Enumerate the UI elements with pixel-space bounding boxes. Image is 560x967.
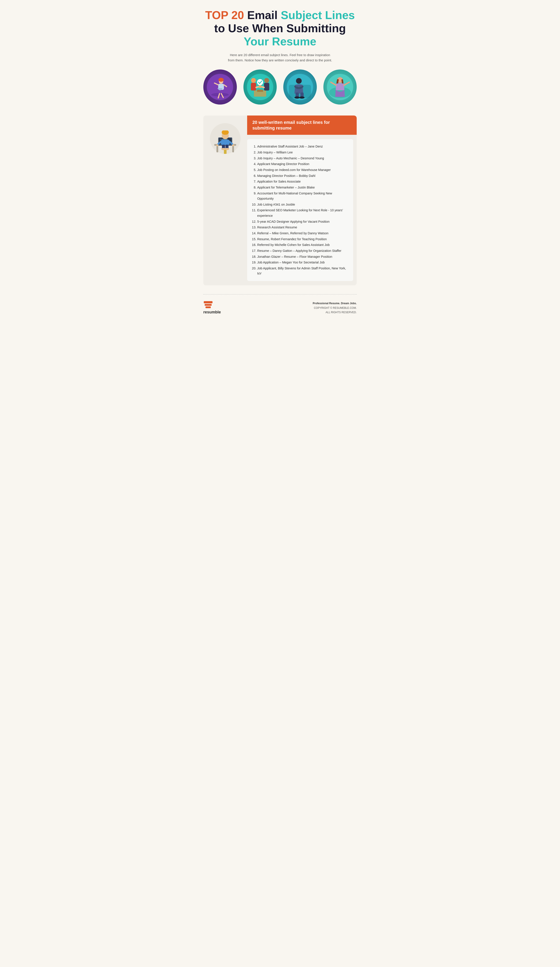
list-item: Managing Director Position – Bobby Dahl [257, 173, 348, 179]
svg-rect-36 [220, 139, 227, 140]
svg-point-47 [216, 144, 218, 147]
footer-copyright: COPYRIGHT © RESUMEBLE.COM. [313, 306, 357, 310]
svg-point-46 [225, 130, 229, 134]
list-item: Job Inquiry – William Lee [257, 150, 348, 155]
footer-tagline: Professional Resume. Dream Jobs. [313, 301, 357, 305]
svg-rect-54 [205, 304, 212, 306]
title-your-resume: Your Resume [244, 35, 316, 48]
list-item: Application for Sales Associate [257, 179, 348, 185]
list-item: 5-year ACAD Designer Applying for Vacant… [257, 219, 348, 224]
subtitle-text: Here are 20 different email subject line… [227, 53, 333, 63]
circle-illustration-2 [244, 69, 277, 104]
circle-illustration-3 [283, 69, 317, 104]
list-item: Jonathan Glazer – Resume – Floor Manager… [257, 254, 348, 260]
right-panel: 20 well-written email subject lines for … [247, 116, 357, 285]
svg-point-45 [222, 130, 225, 134]
title-email: Email [247, 9, 281, 21]
illustration-circles [203, 69, 357, 104]
svg-point-48 [232, 144, 234, 147]
svg-rect-11 [251, 83, 256, 91]
footer-divider [203, 294, 357, 295]
footer-right: Professional Resume. Dream Jobs. COPYRIG… [313, 301, 357, 315]
svg-rect-55 [206, 306, 211, 308]
footer: resumble Professional Resume. Dream Jobs… [203, 299, 357, 319]
svg-point-12 [264, 78, 269, 83]
person-at-computer-illustration [210, 120, 240, 157]
list-item: Referred by Michelle Cohen for Sales Ass… [257, 242, 348, 248]
svg-rect-13 [264, 83, 269, 91]
main-title: TOP 20 Email Subject Lines to Use When S… [203, 9, 357, 48]
logo-text: resumble [203, 310, 221, 315]
title-subject-lines: Subject Lines [281, 9, 355, 21]
list-item: Job Posting on Indeed.com for Warehouse … [257, 167, 348, 173]
svg-point-52 [225, 148, 229, 150]
subject-lines-list-container: Administrative Staff Assistant Job – Jan… [247, 139, 353, 281]
svg-rect-17 [257, 90, 263, 92]
list-item: Job Inquiry – Auto Mechanic – Desmond Yo… [257, 155, 348, 161]
svg-point-10 [251, 78, 256, 83]
svg-point-14 [259, 85, 262, 88]
main-section: 20 well-written email subject lines for … [203, 116, 357, 285]
svg-rect-32 [216, 146, 218, 152]
svg-rect-41 [224, 150, 227, 154]
svg-rect-53 [204, 301, 212, 303]
svg-rect-33 [232, 146, 234, 152]
list-item: Administrative Staff Assistant Job – Jan… [257, 144, 348, 150]
title-top20: TOP 20 [205, 9, 244, 21]
svg-point-3 [218, 78, 224, 82]
section-title-bar: 20 well-written email subject lines for … [247, 116, 357, 135]
svg-point-20 [296, 78, 302, 84]
page-wrapper: TOP 20 Email Subject Lines to Use When S… [190, 0, 370, 325]
circle-illustration-4 [323, 69, 357, 104]
circle-illustration-1 [203, 69, 237, 104]
resumble-logo-icon [203, 301, 213, 309]
list-item: Job Listing #341 on Jooble [257, 201, 348, 208]
svg-point-23 [295, 96, 300, 99]
header: TOP 20 Email Subject Lines to Use When S… [203, 9, 357, 48]
footer-rights: ALL RIGHTS RESERVED. [313, 310, 357, 315]
svg-point-24 [299, 96, 305, 99]
title-line2: to Use When Submitting [214, 22, 346, 35]
list-item: Job Applicant, Billy Stevens for Admin S… [257, 266, 348, 277]
list-item: Job Application – Megan Yoo for Secretar… [257, 259, 348, 266]
list-item: Resume – Danny Gatton – Applying for Org… [257, 248, 348, 254]
subject-lines-list: Administrative Staff Assistant Job – Jan… [252, 144, 348, 277]
list-item: Accountant for Multi-National Company Se… [257, 190, 348, 201]
list-item: Referral – Mike Green, Referred by Danny… [257, 230, 348, 236]
logo-area: resumble [203, 301, 221, 315]
list-item: Applicant for Telemarketer – Justin Blak… [257, 185, 348, 190]
svg-point-15 [257, 79, 263, 85]
left-panel [203, 116, 247, 285]
list-item: Research Assistant Resume [257, 224, 348, 230]
list-item: Resume, Robert Fernandez for Teaching Po… [257, 236, 348, 242]
section-title: 20 well-written email subject lines for … [252, 119, 351, 131]
svg-rect-42 [221, 140, 230, 145]
list-item: Applicant Managing Director Position [257, 161, 348, 167]
list-item: Experienced SEO Marketer Looking for Nex… [257, 207, 348, 218]
